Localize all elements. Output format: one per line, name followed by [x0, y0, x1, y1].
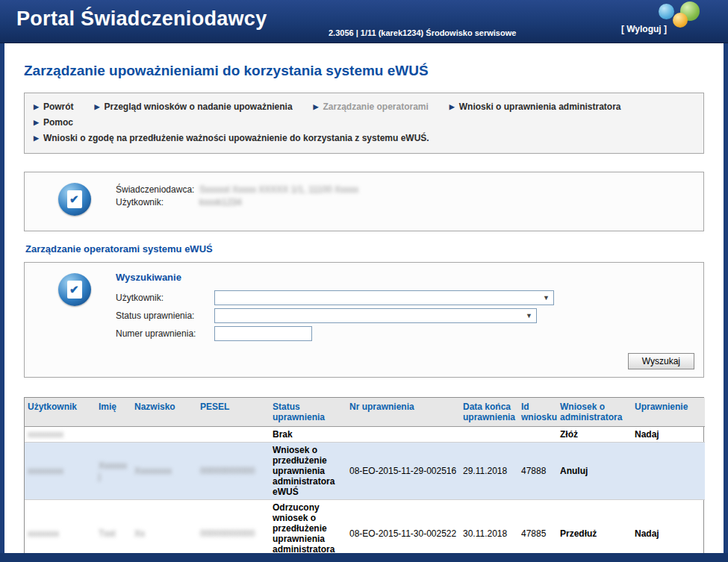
- cell-admin-request[interactable]: Anuluj: [557, 443, 632, 500]
- col-header-uprawnienie[interactable]: Uprawnienie: [632, 398, 705, 427]
- footer-strip: [0, 553, 728, 562]
- arrow-icon: ▶: [34, 134, 39, 142]
- arrow-icon: ▶: [449, 103, 455, 110]
- main-content: Zarządzanie upoważnieniami do korzystani…: [4, 43, 724, 562]
- cell-admin-request[interactable]: Złóż: [557, 427, 632, 443]
- results-table-wrap: Użytkownik Imię Nazwisko PESEL Status up…: [24, 397, 704, 562]
- decor-circle-orange-icon: [673, 13, 688, 28]
- user-value: kxxxk1234: [199, 196, 242, 209]
- cell-request-id: 47888: [518, 443, 557, 500]
- table-row: xxxxxxxxXxxxxxjXxxxxxxx00000000000Wniose…: [25, 443, 705, 500]
- page: Portal Świadczeniodawcy 2.3056 | 1/11 (k…: [0, 0, 728, 562]
- breadcrumb-item-zarzadzanie-operatorami: ▶Zarządzanie operatorami: [314, 99, 429, 115]
- cell-firstname: Xxxxxxj: [96, 443, 131, 500]
- breadcrumb-item-wnioski-zgoda[interactable]: ▶Wnioski o zgodę na przedłużenie ważnośc…: [34, 131, 429, 146]
- cell-status: Wniosek o przedłużenie uprawnienia admin…: [270, 443, 346, 500]
- arrow-icon: ▶: [34, 119, 39, 126]
- cell-lastname: Xxxxxxxx: [131, 443, 197, 500]
- col-header-pesel[interactable]: PESEL: [197, 398, 270, 427]
- search-button[interactable]: Wyszukaj: [628, 353, 694, 369]
- breadcrumb-label: Przegląd wniosków o nadanie upoważnienia: [105, 102, 293, 112]
- cell-lastname: [131, 427, 197, 443]
- status-select-label: Status uprawnienia:: [116, 310, 214, 321]
- cell-firstname: [96, 427, 131, 443]
- page-title: Zarządzanie upoważnieniami do korzystani…: [24, 63, 704, 79]
- breadcrumb-row-1: ▶Powrót ▶Przegląd wniosków o nadanie upo…: [34, 99, 694, 131]
- authorization-number-input[interactable]: [214, 326, 312, 341]
- cell-auth-number: 08-EO-2015-11-29-002516: [346, 443, 460, 500]
- breadcrumb-label: Zarządzanie operatorami: [323, 102, 428, 112]
- user-select-label: Użytkownik:: [116, 293, 214, 303]
- provider-info-box: Świadczeniodawca: Sxxxxxl Xxxxx XXXXX 1/…: [24, 172, 704, 231]
- field-row-number: Numer uprawnienia:: [116, 326, 554, 341]
- section-title: Zarządzanie operatorami systemu eWUŚ: [25, 243, 704, 255]
- document-glyph: [67, 190, 82, 208]
- results-table: Użytkownik Imię Nazwisko PESEL Status up…: [25, 398, 705, 562]
- provider-row: Świadczeniodawca: Sxxxxxl Xxxxx XXXXX 1/…: [116, 184, 358, 196]
- col-header-nr-uprawnienia[interactable]: Nr uprawnienia: [346, 398, 460, 427]
- breadcrumb-item-powrot[interactable]: ▶Powrót: [34, 99, 74, 115]
- col-header-status[interactable]: Status uprawnienia: [270, 398, 346, 427]
- ewus-document-icon: [58, 183, 91, 216]
- version-info: 2.3056 | 1/11 (karek1234) Środowisko ser…: [329, 28, 516, 37]
- breadcrumb-label: Pomoc: [43, 117, 73, 128]
- number-input-label: Numer uprawnienia:: [116, 328, 214, 339]
- col-header-imie[interactable]: Imię: [96, 398, 131, 427]
- logout-link[interactable]: [ Wyloguj ]: [621, 24, 667, 34]
- search-fields: Wyszukiwanie Użytkownik: ▼ Status uprawn…: [116, 272, 554, 344]
- cell-permission: [632, 443, 705, 500]
- user-label: Użytkownik:: [116, 196, 199, 209]
- breadcrumb-label: Powrót: [43, 102, 74, 112]
- arrow-icon: ▶: [34, 103, 39, 110]
- breadcrumb-item-przeglad-wnioskow[interactable]: ▶Przegląd wniosków o nadanie upoważnieni…: [95, 99, 293, 115]
- provider-value: Sxxxxxl Xxxxx XXXXX 1/1, 11100 Xxxxx: [199, 184, 358, 196]
- user-select[interactable]: ▼: [214, 290, 554, 305]
- cell-request-id: [518, 427, 557, 443]
- breadcrumb: ▶Powrót ▶Przegląd wniosków o nadanie upo…: [24, 93, 704, 154]
- col-header-wniosek-admin[interactable]: Wniosek o administratora: [557, 398, 632, 427]
- ewus-document-icon: [58, 273, 91, 306]
- app-header: Portal Świadczeniodawcy 2.3056 | 1/11 (k…: [0, 0, 728, 43]
- decor-circle-blue-icon: [659, 4, 674, 19]
- provider-label: Świadczeniodawca:: [116, 184, 199, 196]
- cell-pesel: [197, 427, 270, 443]
- cell-auth-number: [346, 427, 460, 443]
- col-header-data-konca[interactable]: Data końca uprawnienia: [460, 398, 518, 427]
- col-header-id-wniosku[interactable]: Id wniosku: [518, 398, 557, 427]
- arrow-icon: ▶: [95, 103, 100, 110]
- cell-end-date: 29.11.2018: [460, 443, 518, 500]
- breadcrumb-label: Wnioski o zgodę na przedłużenie ważności…: [43, 133, 429, 143]
- search-title: Wyszukiwanie: [116, 272, 554, 283]
- status-select[interactable]: ▼: [214, 308, 537, 323]
- chevron-down-icon: ▼: [543, 294, 550, 302]
- document-glyph: [67, 281, 82, 299]
- col-header-nazwisko[interactable]: Nazwisko: [131, 398, 197, 427]
- app-title: Portal Świadczeniodawcy: [16, 7, 267, 31]
- search-box: Wyszukiwanie Użytkownik: ▼ Status uprawn…: [24, 262, 704, 378]
- icon-wrap: [34, 272, 116, 344]
- breadcrumb-item-pomoc[interactable]: ▶Pomoc: [34, 115, 73, 131]
- cell-user: xxxxxxxx: [25, 443, 96, 500]
- cell-end-date: [460, 427, 518, 443]
- arrow-icon: ▶: [314, 103, 319, 110]
- col-header-uzytkownik[interactable]: Użytkownik: [25, 398, 96, 427]
- breadcrumb-item-wnioski-administrator[interactable]: ▶Wnioski o uprawnienia administratora: [449, 99, 621, 115]
- provider-info-rows: Świadczeniodawca: Sxxxxxl Xxxxx XXXXX 1/…: [116, 181, 358, 222]
- cell-permission[interactable]: Nadaj: [632, 427, 705, 443]
- table-header-row: Użytkownik Imię Nazwisko PESEL Status up…: [25, 398, 705, 427]
- field-row-status: Status uprawnienia: ▼: [116, 308, 554, 323]
- cell-status: Brak: [270, 427, 346, 443]
- cell-user: xxxxxxxx: [25, 427, 96, 443]
- icon-wrap: [34, 181, 116, 222]
- field-row-user: Użytkownik: ▼: [116, 290, 554, 305]
- breadcrumb-row-2: ▶Wnioski o zgodę na przedłużenie ważnośc…: [34, 131, 694, 146]
- table-row: xxxxxxxxBrakZłóżNadaj: [25, 427, 705, 443]
- results-table-body: xxxxxxxxBrakZłóżNadajxxxxxxxxXxxxxxjXxxx…: [25, 427, 705, 562]
- user-row: Użytkownik: kxxxk1234: [116, 196, 358, 209]
- cell-pesel: 00000000000: [197, 443, 270, 500]
- breadcrumb-label: Wnioski o uprawnienia administratora: [459, 102, 621, 112]
- chevron-down-icon: ▼: [526, 312, 532, 319]
